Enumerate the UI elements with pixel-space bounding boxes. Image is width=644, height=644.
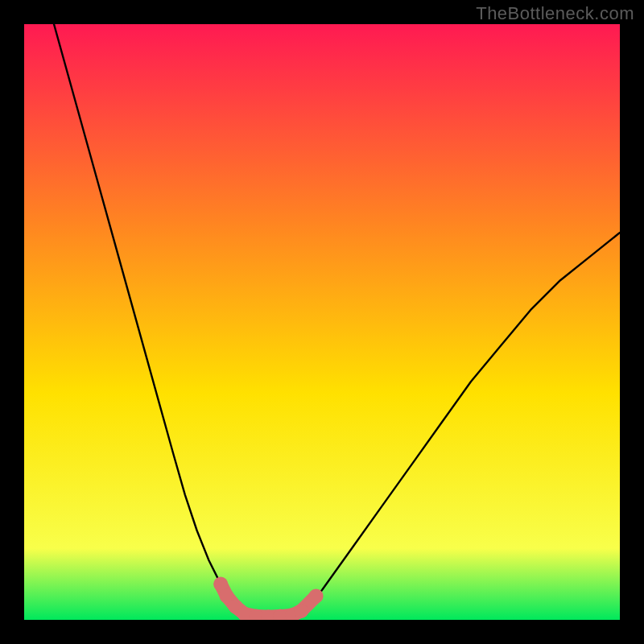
- outer-frame: TheBottleneck.com: [0, 0, 644, 644]
- chart-svg: [24, 24, 620, 620]
- right-cluster-dot-1: [294, 604, 308, 618]
- plot-area: [24, 24, 620, 620]
- right-cluster-dot-2: [309, 588, 324, 603]
- watermark-text: TheBottleneck.com: [476, 3, 634, 24]
- gradient-background: [24, 24, 620, 620]
